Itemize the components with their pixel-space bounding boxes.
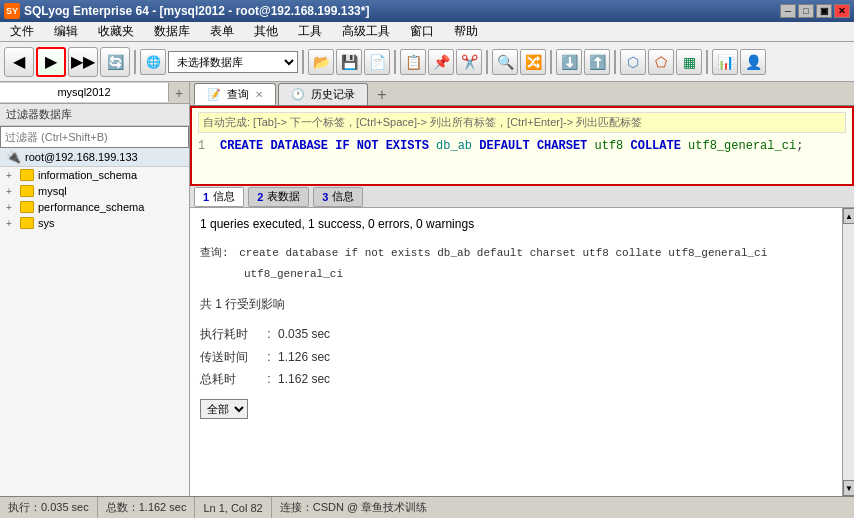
sql-dbname: db_ab (436, 139, 479, 153)
expand-icon-3: + (6, 202, 16, 213)
tab-query[interactable]: 📝 查询 ✕ (194, 83, 276, 105)
history-tab-label: 历史记录 (311, 87, 355, 102)
monitor-icon[interactable]: 📊 (712, 49, 738, 75)
db-icon-1 (20, 169, 34, 181)
timing-value-2: 1.126 sec (278, 350, 330, 364)
results-content: 1 queries executed, 1 success, 0 errors,… (190, 208, 842, 496)
menu-window[interactable]: 窗口 (404, 21, 440, 42)
separator-4 (486, 50, 488, 74)
gap-3 (200, 316, 832, 324)
separator-5 (550, 50, 552, 74)
scroll-up-btn[interactable]: ▲ (843, 208, 854, 224)
next-button[interactable]: ▶▶ (68, 47, 98, 77)
db-item-mysql[interactable]: + mysql (0, 183, 189, 199)
table-designer-icon[interactable]: ▦ (676, 49, 702, 75)
export-icon[interactable]: ⬆️ (584, 49, 610, 75)
sidebar-tab-connections[interactable]: mysql2012 (0, 83, 169, 102)
new-query-icon[interactable]: 📄 (364, 49, 390, 75)
kw-if: IF NOT EXISTS (335, 139, 436, 153)
db-item-information-schema[interactable]: + information_schema (0, 167, 189, 183)
query-tabs: 📝 查询 ✕ 🕐 历史记录 + (190, 82, 854, 106)
save-icon[interactable]: 💾 (336, 49, 362, 75)
menu-advanced[interactable]: 高级工具 (336, 21, 396, 42)
status-executing: 执行：0.035 sec (0, 497, 98, 518)
separator-2 (302, 50, 304, 74)
expand-icon-1: + (6, 170, 16, 181)
execute-button[interactable]: ▶ (36, 47, 66, 77)
gap-2 (200, 286, 832, 294)
filter-dropdown[interactable]: 全部 (200, 399, 248, 419)
menu-help[interactable]: 帮助 (448, 21, 484, 42)
separator-1 (134, 50, 136, 74)
paste-icon[interactable]: 📌 (428, 49, 454, 75)
title-text: SQLyog Enterprise 64 - [mysql2012 - root… (24, 4, 369, 18)
db-item-performance-schema[interactable]: + performance_schema (0, 199, 189, 215)
scrollbar-right[interactable]: ▲ ▼ (842, 208, 854, 496)
query-builder-icon[interactable]: ⬠ (648, 49, 674, 75)
result-timing-1: 执行耗时 : 0.035 sec (200, 324, 832, 344)
query-tab-label: 查询 (227, 87, 249, 102)
toolbar: ◀ ▶ ▶▶ 🔄 🌐 未选择数据库 📂 💾 📄 📋 📌 ✂️ 🔍 🔀 ⬇️ ⬆️… (0, 42, 854, 82)
timing-sep-3: : (267, 372, 270, 386)
window-controls: ─ □ ▣ ✕ (780, 4, 850, 18)
user-manager-icon[interactable]: 👤 (740, 49, 766, 75)
results-tab-info2[interactable]: 3 信息 (313, 187, 363, 207)
right-panel: 📝 查询 ✕ 🕐 历史记录 + 自动完成: [Tab]-> 下一个标签，[Ctr… (190, 82, 854, 496)
menu-database[interactable]: 数据库 (148, 21, 196, 42)
result-timing-3: 总耗时 : 1.162 sec (200, 369, 832, 389)
status-bar: 执行：0.035 sec 总数：1.162 sec Ln 1, Col 82 连… (0, 496, 854, 518)
sql-collate: utf8_general_ci (688, 139, 796, 153)
import-icon[interactable]: ⬇️ (556, 49, 582, 75)
app-icon: SY (4, 3, 20, 19)
new-connection-icon[interactable]: 🌐 (140, 49, 166, 75)
sidebar-tabs: mysql2012 + (0, 82, 189, 104)
separator-6 (614, 50, 616, 74)
connection-item[interactable]: 🔌 root@192.168.199.133 (0, 148, 189, 167)
refresh-button[interactable]: 🔄 (100, 47, 130, 77)
back-button[interactable]: ◀ (4, 47, 34, 77)
scroll-down-btn[interactable]: ▼ (843, 480, 854, 496)
find-icon[interactable]: 🔍 (492, 49, 518, 75)
kw-default: DEFAULT CHARSET (479, 139, 594, 153)
title-bar: SY SQLyog Enterprise 64 - [mysql2012 - r… (0, 0, 854, 22)
results-tab-tabledata[interactable]: 2 表数据 (248, 187, 309, 207)
tab-history[interactable]: 🕐 历史记录 (278, 83, 368, 105)
gap-4 (200, 391, 832, 399)
sql-editor[interactable]: 自动完成: [Tab]-> 下一个标签，[Ctrl+Space]-> 列出所有标… (190, 106, 854, 186)
add-query-tab[interactable]: + (372, 85, 392, 105)
menu-other[interactable]: 其他 (248, 21, 284, 42)
menu-edit[interactable]: 编辑 (48, 21, 84, 42)
filter-input[interactable] (0, 126, 189, 148)
result-query-line: 查询: create database if not exists db_ab … (200, 244, 832, 263)
menu-table[interactable]: 表单 (204, 21, 240, 42)
sidebar-add-tab[interactable]: + (169, 85, 189, 101)
menu-tools[interactable]: 工具 (292, 21, 328, 42)
query-tab-close[interactable]: ✕ (255, 89, 263, 100)
sql-semicolon: ; (796, 139, 803, 153)
menu-favorites[interactable]: 收藏夹 (92, 21, 140, 42)
open-icon[interactable]: 📂 (308, 49, 334, 75)
menu-file[interactable]: 文件 (4, 21, 40, 42)
timing-value-1: 0.035 sec (278, 327, 330, 341)
results-tab-info[interactable]: 1 信息 (194, 187, 244, 207)
query-label: 查询: (200, 247, 229, 259)
copy-icon[interactable]: 📋 (400, 49, 426, 75)
db-item-sys[interactable]: + sys (0, 215, 189, 231)
status-total: 总数：1.162 sec (98, 497, 196, 518)
cut-icon[interactable]: ✂️ (456, 49, 482, 75)
result-affected: 共 1 行受到影响 (200, 294, 832, 314)
expand-icon-4: + (6, 218, 16, 229)
main-layout: mysql2012 + 过滤器数据库 🔌 root@192.168.199.13… (0, 82, 854, 496)
replace-icon[interactable]: 🔀 (520, 49, 546, 75)
sql-code-1[interactable]: CREATE DATABASE IF NOT EXISTS db_ab DEFA… (220, 139, 846, 153)
results-area: 1 信息 2 表数据 3 信息 1 queries executed, 1 su… (190, 186, 854, 496)
close-button[interactable]: ✕ (834, 4, 850, 18)
maximize-button[interactable]: ▣ (816, 4, 832, 18)
line-number-1: 1 (198, 139, 214, 153)
minimize-button[interactable]: ─ (780, 4, 796, 18)
schema-icon[interactable]: ⬡ (620, 49, 646, 75)
filter-row: 全部 (200, 399, 832, 419)
restore-button[interactable]: □ (798, 4, 814, 18)
query-text: create database if not exists db_ab defa… (239, 247, 767, 259)
database-selector[interactable]: 未选择数据库 (168, 51, 298, 73)
